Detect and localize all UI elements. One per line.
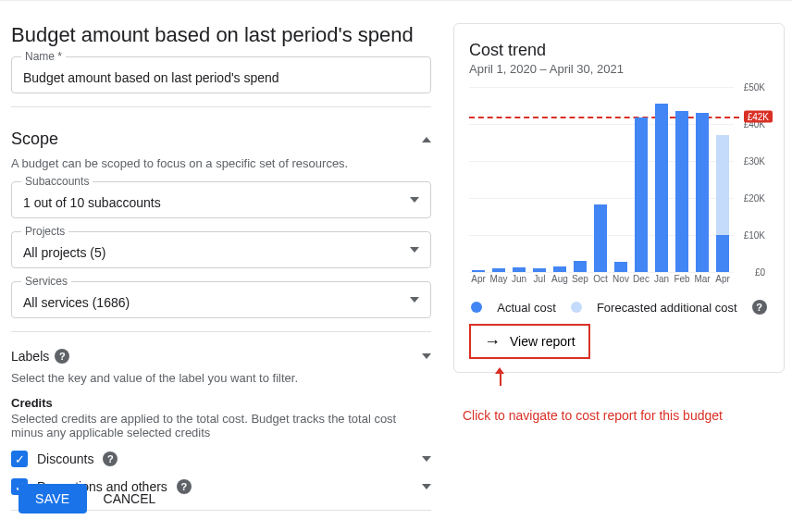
help-icon[interactable]: ? <box>752 300 767 315</box>
bar-actual <box>513 267 526 272</box>
cost-chart: £0£10K£20K£30K£40K£50K£42K AprMayJunJulA… <box>469 87 765 291</box>
credits-description: Selected credits are applied to the tota… <box>11 412 431 439</box>
bar-column <box>591 87 610 272</box>
help-icon[interactable]: ? <box>177 479 192 494</box>
save-button[interactable]: SAVE <box>19 484 87 513</box>
x-tick-label: Oct <box>591 274 610 291</box>
bar-actual <box>472 270 485 272</box>
services-label: Services <box>21 275 71 288</box>
bar-column <box>510 87 528 272</box>
labels-header[interactable]: Labels ? <box>11 345 431 367</box>
bar-actual <box>696 113 709 272</box>
help-icon[interactable]: ? <box>55 349 69 364</box>
card-title: Cost trend <box>469 41 769 60</box>
scope-heading: Scope <box>11 130 58 149</box>
amount-header[interactable]: Amount <box>11 524 431 532</box>
bar-actual <box>553 266 566 272</box>
bar-forecast <box>716 135 729 235</box>
x-tick-label: May <box>489 274 508 291</box>
bar-actual <box>533 268 546 272</box>
cost-trend-card: Cost trend April 1, 2020 – April 30, 202… <box>453 23 785 373</box>
chevron-down-icon <box>422 353 431 359</box>
bar-column <box>652 87 671 272</box>
subaccounts-value: 1 out of 10 subaccounts <box>23 195 421 210</box>
legend-label-actual: Actual cost <box>497 301 556 315</box>
legend-swatch-forecast <box>571 302 582 313</box>
bar-actual <box>614 262 627 272</box>
annotation-text: Click to navigate to cost report for thi… <box>463 408 785 423</box>
services-dropdown[interactable]: Services All services (1686) <box>11 281 431 318</box>
view-report-label: View report <box>510 334 575 349</box>
legend-swatch-actual <box>471 302 482 313</box>
card-date-range: April 1, 2020 – April 30, 2021 <box>469 62 769 76</box>
x-tick-label: Jul <box>530 274 549 291</box>
page-title: Budget amount based on last period's spe… <box>11 23 431 47</box>
credit-label: Discounts <box>37 452 93 466</box>
threshold-badge: £42K <box>744 111 773 123</box>
annotation-pointer <box>453 373 785 390</box>
chart-legend: Actual cost Forecasted additional cost ? <box>469 300 769 315</box>
view-report-button[interactable]: → View report <box>469 324 590 359</box>
divider <box>11 106 431 107</box>
services-value: All services (1686) <box>23 295 421 310</box>
x-tick-label: Mar <box>693 274 712 291</box>
bar-column <box>693 87 712 272</box>
labels-heading: Labels ? <box>11 349 69 364</box>
bar-actual <box>675 111 688 272</box>
subaccounts-label: Subaccounts <box>21 175 93 188</box>
bar-actual <box>655 104 668 272</box>
y-tick-label: £20K <box>744 193 765 204</box>
y-tick-label: £10K <box>744 230 765 241</box>
y-tick-label: £50K <box>744 82 765 93</box>
x-tick-label: Jan <box>652 274 671 291</box>
bar-actual <box>574 261 587 272</box>
projects-label: Projects <box>21 225 68 238</box>
bar-column <box>713 87 732 272</box>
x-tick-label: Apr <box>713 274 732 291</box>
bar-column <box>469 87 488 272</box>
x-tick-label: Sep <box>571 274 589 291</box>
projects-dropdown[interactable]: Projects All projects (5) <box>11 231 431 268</box>
bar-actual <box>492 268 505 272</box>
credits-heading: Credits <box>11 396 431 410</box>
x-tick-label: Dec <box>632 274 650 291</box>
scope-helper: A budget can be scoped to focus on a spe… <box>11 156 431 170</box>
labels-heading-text: Labels <box>11 349 49 364</box>
name-input[interactable] <box>23 70 421 85</box>
bar-actual <box>716 235 729 272</box>
arrow-right-icon: → <box>484 333 501 350</box>
chevron-up-icon <box>422 137 431 142</box>
x-tick-label: Feb <box>673 274 691 291</box>
projects-value: All projects (5) <box>23 245 421 260</box>
divider <box>11 331 431 332</box>
bar-column <box>551 87 569 272</box>
legend-label-forecast: Forecasted additional cost <box>597 301 737 315</box>
cancel-button[interactable]: CANCEL <box>104 491 156 506</box>
name-label: Name * <box>21 50 66 63</box>
chevron-down-icon <box>422 456 431 462</box>
bar-column <box>612 87 630 272</box>
bar-column <box>632 87 650 272</box>
bar-column <box>489 87 508 272</box>
scope-header[interactable]: Scope <box>11 120 431 153</box>
subaccounts-dropdown[interactable]: Subaccounts 1 out of 10 subaccounts <box>11 181 431 218</box>
x-tick-label: Aug <box>551 274 569 291</box>
y-tick-label: £0 <box>755 267 765 278</box>
bar-actual <box>594 204 607 272</box>
credit-row-discounts[interactable]: ✓ Discounts ? <box>11 445 431 473</box>
bar-actual <box>635 118 648 272</box>
checkbox-icon[interactable]: ✓ <box>11 451 28 467</box>
y-tick-label: £30K <box>744 156 765 167</box>
x-tick-label: Apr <box>469 274 488 291</box>
bar-column <box>673 87 691 272</box>
chevron-down-icon <box>422 484 431 489</box>
name-field[interactable]: Name * <box>11 56 431 93</box>
help-icon[interactable]: ? <box>103 452 118 466</box>
bar-column <box>571 87 589 272</box>
x-tick-label: Jun <box>510 274 528 291</box>
x-tick-label: Nov <box>612 274 630 291</box>
bar-column <box>530 87 549 272</box>
labels-helper: Select the key and value of the label yo… <box>11 371 431 385</box>
